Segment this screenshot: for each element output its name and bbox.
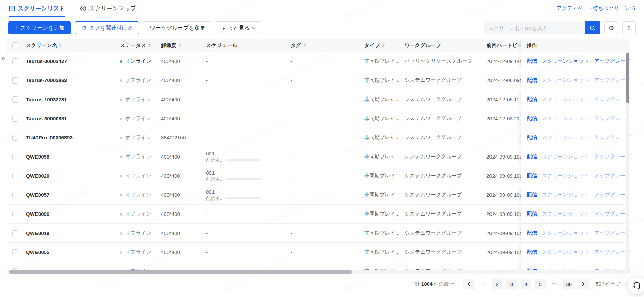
row-checkbox[interactable] (12, 154, 18, 160)
associate-tag-button[interactable]: タグを関連付ける (75, 21, 139, 34)
support-float-button[interactable] (628, 277, 644, 294)
row-checkbox[interactable] (12, 211, 18, 217)
action-publish-link[interactable]: 配信 (527, 249, 537, 255)
expand-sidebar-handle[interactable] (0, 51, 8, 65)
type-value: 非同期プレイ... (364, 58, 400, 64)
action-publish-link[interactable]: 配信 (527, 230, 537, 236)
prev-page-button[interactable] (463, 279, 474, 289)
filter-icon[interactable] (303, 44, 307, 47)
page-button-1[interactable]: 1 (478, 279, 488, 289)
filter-icon[interactable] (382, 44, 385, 47)
chevron-down-icon (252, 27, 256, 29)
status-dot-icon (120, 175, 122, 177)
column-header-name[interactable]: スクリーン名 (26, 42, 62, 49)
settings-button[interactable]: ⚙ (604, 21, 618, 34)
tab-screen-list[interactable]: スクリーンリスト (9, 0, 65, 17)
action-screenshot-link[interactable]: スクリーンショット (542, 115, 589, 122)
action-publish-link[interactable]: 配信 (527, 268, 537, 270)
action-publish-link[interactable]: 配信 (527, 96, 537, 103)
action-publish-link[interactable]: 配信 (527, 192, 537, 198)
page-button-2[interactable]: 2 (492, 279, 503, 289)
action-screenshot-link[interactable]: スクリーンショット (542, 96, 589, 103)
status-label: オフライン (125, 249, 151, 255)
row-checkbox[interactable] (12, 58, 18, 64)
action-publish-link[interactable]: 配信 (527, 77, 537, 84)
search-input[interactable] (484, 21, 585, 34)
row-checkbox[interactable] (12, 116, 18, 122)
action-publish-link[interactable]: 配信 (527, 153, 537, 160)
action-upgrade-link[interactable]: アップグレード (594, 268, 630, 270)
row-checkbox[interactable] (12, 96, 18, 103)
filter-icon[interactable] (148, 44, 151, 47)
table-row: Taurus-00003427オンライン400*400--非同期プレイ...パブ… (7, 52, 630, 71)
tag-icon (81, 26, 86, 31)
action-publish-link[interactable]: 配信 (527, 134, 537, 141)
action-upgrade-link[interactable]: アップグレード (594, 153, 630, 160)
action-upgrade-link[interactable]: アップグレード (594, 134, 630, 141)
action-screenshot-link[interactable]: スクリーンショット (542, 211, 589, 217)
row-checkbox[interactable] (12, 249, 18, 255)
action-screenshot-link[interactable]: スクリーンショット (542, 268, 589, 270)
search-button[interactable] (585, 21, 600, 34)
row-checkbox[interactable] (12, 77, 18, 84)
next-page-button[interactable] (578, 279, 589, 289)
action-upgrade-link[interactable]: アップグレード (594, 249, 630, 255)
add-screen-button[interactable]: + スクリーンを追加 (8, 21, 71, 34)
table-row: QWE0003オフライン400*400--非同期プレイ...システムワークグルー… (7, 262, 630, 270)
action-upgrade-link[interactable]: アップグレード (594, 58, 630, 64)
workgroup-value: システムワークグループ (405, 96, 462, 102)
vertical-scrollbar-thumb[interactable] (626, 53, 629, 103)
page-button-38[interactable]: 38 (564, 279, 574, 289)
resolution-value: 400*400 (161, 116, 180, 121)
action-publish-link[interactable]: 配信 (527, 211, 537, 217)
change-workgroup-label: ワークグループを変更 (150, 25, 205, 32)
action-screenshot-link[interactable]: スクリーンショット (542, 153, 589, 160)
horizontal-scrollbar-thumb[interactable] (9, 270, 352, 274)
export-button[interactable] (622, 21, 636, 34)
action-screenshot-link[interactable]: スクリーンショット (542, 134, 589, 141)
more-button[interactable]: もっと見る (216, 21, 262, 34)
screen-table: スクリーン名 ステータス 解像度 スケジュール タグ タイプ ワークグループ 前… (7, 39, 630, 274)
action-upgrade-link[interactable]: アップグレード (594, 115, 630, 122)
action-upgrade-link[interactable]: アップグレード (594, 96, 630, 103)
action-screenshot-link[interactable]: スクリーンショット (542, 192, 589, 198)
row-checkbox[interactable] (12, 192, 18, 198)
activation-waiting-link[interactable]: アクティベート待ちスクリーン: 6 (556, 5, 635, 12)
row-checkbox[interactable] (12, 173, 18, 179)
sort-icon[interactable] (59, 43, 62, 48)
action-screenshot-link[interactable]: スクリーンショット (542, 173, 589, 179)
workgroup-value: システムワークグループ (405, 192, 462, 197)
status-label: オフライン (125, 134, 151, 140)
change-workgroup-button[interactable]: ワークグループを変更 (144, 21, 211, 34)
status-label: オフライン (125, 115, 151, 121)
status-label: オフライン (125, 96, 151, 102)
row-checkbox[interactable] (12, 135, 18, 141)
resolution-value: 400*400 (161, 192, 180, 198)
action-screenshot-link[interactable]: スクリーンショット (542, 77, 589, 84)
screen-name: TU40Pro_00006893 (26, 135, 73, 140)
watermark-text: Nova 2024/12/09 (636, 50, 644, 90)
action-upgrade-link[interactable]: アップグレード (594, 77, 630, 84)
screen-name: QWE0055 (26, 249, 49, 255)
type-value: 非同期プレイ... (364, 230, 400, 236)
action-upgrade-link[interactable]: アップグレード (594, 173, 630, 179)
action-screenshot-link[interactable]: スクリーンショット (542, 230, 589, 236)
filter-icon[interactable] (178, 44, 182, 47)
action-upgrade-link[interactable]: アップグレード (594, 211, 630, 217)
action-screenshot-link[interactable]: スクリーンショット (542, 249, 589, 255)
row-checkbox[interactable] (12, 230, 18, 236)
tab-screen-map[interactable]: スクリーンマップ (80, 0, 136, 17)
action-upgrade-link[interactable]: アップグレード (594, 192, 630, 198)
search-icon (590, 25, 596, 31)
select-all-checkbox[interactable] (12, 42, 18, 48)
page-button-3[interactable]: 3 (506, 279, 517, 289)
page-button-5[interactable]: 5 (535, 279, 546, 289)
search-box (484, 21, 600, 34)
action-screenshot-link[interactable]: スクリーンショット (542, 58, 589, 64)
page-button-4[interactable]: 4 (521, 279, 531, 289)
action-upgrade-link[interactable]: アップグレード (594, 230, 630, 236)
action-publish-link[interactable]: 配信 (527, 58, 537, 64)
page-size-select[interactable]: 50 / ページ (592, 279, 630, 289)
action-publish-link[interactable]: 配信 (527, 115, 537, 122)
action-publish-link[interactable]: 配信 (527, 173, 537, 179)
